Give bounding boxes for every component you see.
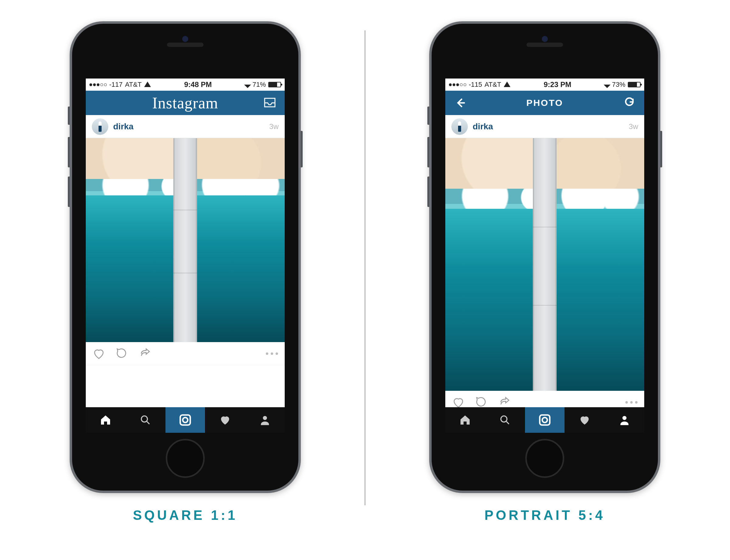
share-button[interactable] [139, 347, 152, 360]
location-icon [604, 81, 611, 88]
wifi-icon [504, 82, 510, 87]
navbar-title: Instagram [152, 94, 218, 112]
home-button[interactable] [166, 439, 205, 478]
divider [365, 30, 365, 505]
post-time-ago: 3w [269, 122, 279, 131]
tab-bar [86, 407, 285, 433]
svg-point-4 [501, 416, 507, 422]
tab-bar [445, 407, 644, 433]
avatar[interactable] [92, 118, 108, 135]
refresh-button[interactable] [622, 95, 637, 110]
carrier-label: AT&T [484, 81, 501, 89]
battery-pct: 73% [612, 81, 625, 89]
tab-search[interactable] [485, 407, 525, 433]
post-photo[interactable] [445, 138, 644, 391]
tab-activity[interactable] [564, 407, 604, 433]
signal-dots-icon [89, 83, 107, 86]
location-icon [244, 81, 251, 88]
left-column: -117 AT&T 9:48 PM 71% Instag [18, 21, 353, 523]
post-username[interactable]: dirka [113, 122, 134, 131]
navbar-title: PHOTO [526, 98, 563, 108]
wifi-icon [144, 82, 151, 87]
share-button[interactable] [498, 396, 511, 409]
tab-profile[interactable] [604, 407, 644, 433]
screen-right: -115 AT&T 9:23 PM 73% [445, 79, 644, 433]
signal-strength: -115 [469, 81, 482, 89]
svg-point-6 [542, 418, 547, 423]
more-options-button[interactable] [266, 352, 278, 355]
back-button[interactable] [452, 95, 468, 110]
home-button[interactable] [525, 439, 564, 478]
inbox-button[interactable] [262, 95, 278, 110]
battery-icon [628, 82, 641, 87]
post-username[interactable]: dirka [473, 122, 493, 131]
speaker-icon [526, 43, 563, 47]
status-time: 9:48 PM [184, 80, 212, 89]
status-bar: -117 AT&T 9:48 PM 71% [86, 79, 285, 91]
caption-left: Square 1:1 [133, 508, 238, 523]
phone-mockup-left: -117 AT&T 9:48 PM 71% Instag [70, 21, 301, 493]
right-column: -115 AT&T 9:23 PM 73% [377, 21, 712, 523]
post-actions [86, 342, 285, 365]
front-camera-icon [542, 36, 548, 42]
speaker-icon [167, 43, 204, 47]
post-time-ago: 3w [629, 122, 638, 131]
more-options-button[interactable] [625, 401, 637, 404]
tab-camera[interactable] [166, 407, 205, 433]
svg-point-2 [183, 418, 188, 423]
caption-right: Portrait 5:4 [484, 508, 605, 523]
status-time: 9:23 PM [543, 80, 571, 89]
like-button[interactable] [93, 347, 105, 360]
tab-home[interactable] [86, 407, 126, 433]
svg-point-7 [622, 416, 626, 420]
tab-camera[interactable] [525, 407, 565, 433]
battery-pct: 71% [253, 81, 266, 89]
avatar[interactable] [451, 118, 468, 135]
comment-button[interactable] [116, 347, 128, 360]
like-button[interactable] [452, 396, 465, 409]
svg-rect-5 [540, 415, 550, 425]
comparison-layout: -117 AT&T 9:48 PM 71% Instag [0, 0, 730, 523]
carrier-label: AT&T [125, 81, 142, 89]
phone-mockup-right: -115 AT&T 9:23 PM 73% [429, 21, 660, 493]
svg-rect-1 [180, 415, 190, 425]
status-bar: -115 AT&T 9:23 PM 73% [445, 79, 644, 91]
post-header: dirka 3w [86, 115, 285, 138]
app-navbar: Instagram [86, 91, 285, 115]
svg-point-0 [142, 416, 148, 422]
app-navbar: PHOTO [445, 91, 644, 115]
battery-icon [268, 82, 281, 87]
post-header: dirka 3w [445, 115, 644, 138]
tab-search[interactable] [126, 407, 166, 433]
front-camera-icon [182, 36, 188, 42]
svg-point-3 [263, 416, 267, 420]
comment-button[interactable] [475, 396, 488, 409]
tab-activity[interactable] [205, 407, 245, 433]
tab-home[interactable] [445, 407, 485, 433]
post-photo[interactable] [86, 138, 285, 342]
signal-strength: -117 [109, 81, 123, 89]
signal-dots-icon [449, 83, 466, 86]
tab-profile[interactable] [245, 407, 285, 433]
screen-left: -117 AT&T 9:48 PM 71% Instag [86, 79, 285, 433]
